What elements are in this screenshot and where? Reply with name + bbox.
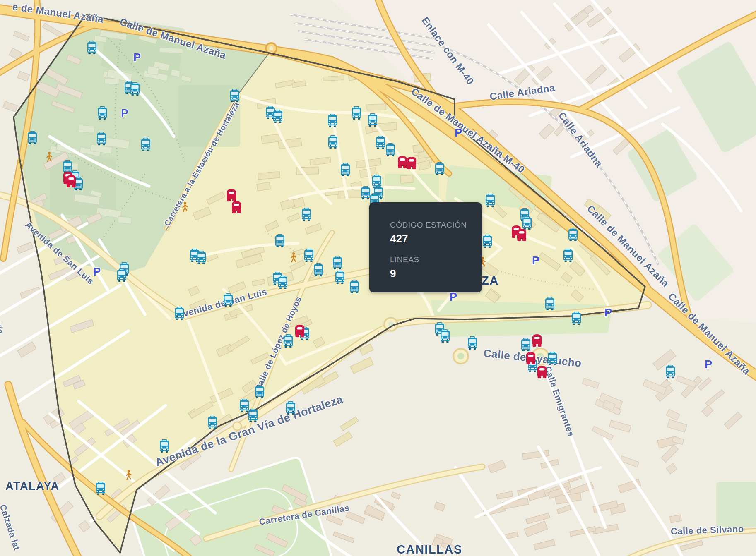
bus-stop-marker[interactable] <box>303 249 315 262</box>
bus-stop-marker[interactable] <box>272 110 284 123</box>
map-canvas[interactable]: e de Manuel AzañaCalle de Manuel AzañaEn… <box>0 0 756 556</box>
bus-stop-marker[interactable] <box>562 249 574 262</box>
station-marker[interactable] <box>531 334 543 347</box>
bus-stop-marker[interactable] <box>129 82 141 96</box>
tooltip-field-station-code: CÓDIGO ESTACIÓN 427 <box>390 220 472 245</box>
station-marker[interactable] <box>525 352 537 365</box>
station-tooltip: CÓDIGO ESTACIÓN 427 LÍNEAS 9 <box>369 202 482 292</box>
station-marker[interactable] <box>230 201 243 214</box>
bus-stop-marker[interactable] <box>96 106 108 120</box>
bus-stop-marker[interactable] <box>327 114 338 127</box>
bus-stop-marker[interactable] <box>521 216 533 230</box>
tooltip-label: CÓDIGO ESTACIÓN <box>390 220 472 230</box>
bus-stop-marker[interactable] <box>332 256 343 269</box>
bus-stop-marker[interactable] <box>567 228 579 241</box>
bus-stop-marker[interactable] <box>229 89 241 102</box>
bus-stop-marker[interactable] <box>520 338 532 351</box>
bus-stop-marker[interactable] <box>282 334 294 348</box>
bus-stop-marker[interactable] <box>254 385 265 398</box>
bus-stop-marker[interactable] <box>96 132 107 145</box>
bus-stop-marker[interactable] <box>301 208 312 221</box>
station-marker[interactable] <box>515 228 528 242</box>
bus-stop-marker[interactable] <box>484 194 496 207</box>
station-marker[interactable] <box>225 189 238 202</box>
bus-stop-marker[interactable] <box>313 263 324 276</box>
bus-stop-marker[interactable] <box>95 482 106 495</box>
bus-stop-marker[interactable] <box>222 293 234 307</box>
bus-stop-marker[interactable] <box>351 106 362 120</box>
bus-stop-marker[interactable] <box>571 312 582 325</box>
station-marker[interactable] <box>536 365 548 379</box>
bus-stop-marker[interactable] <box>367 113 378 127</box>
bus-stop-marker[interactable] <box>274 234 286 247</box>
tooltip-field-lines: LÍNEAS 9 <box>390 255 472 280</box>
bus-stop-marker[interactable] <box>26 131 38 144</box>
station-marker[interactable] <box>65 175 77 188</box>
bus-stop-marker[interactable] <box>159 439 170 453</box>
station-marker[interactable] <box>294 324 306 338</box>
bus-stop-marker[interactable] <box>327 135 339 149</box>
bus-stop-marker[interactable] <box>467 336 478 350</box>
station-marker[interactable] <box>405 156 418 170</box>
bus-stop-marker[interactable] <box>207 416 218 429</box>
bus-stop-marker[interactable] <box>86 41 98 54</box>
bus-stop-marker[interactable] <box>665 365 676 378</box>
bus-stop-marker[interactable] <box>385 143 396 156</box>
bus-stop-marker[interactable] <box>140 138 152 151</box>
tooltip-label: LÍNEAS <box>390 255 472 264</box>
bus-stop-marker[interactable] <box>334 271 346 284</box>
tooltip-value: 427 <box>390 232 472 245</box>
bus-stop-marker[interactable] <box>547 352 558 365</box>
bus-stop-marker[interactable] <box>434 162 445 175</box>
bus-stop-marker[interactable] <box>544 297 556 310</box>
bus-stop-marker[interactable] <box>482 235 493 248</box>
tooltip-value: 9 <box>390 267 472 280</box>
bus-stop-marker[interactable] <box>277 276 289 289</box>
bus-stop-marker[interactable] <box>285 401 296 415</box>
bus-stop-marker[interactable] <box>339 163 351 176</box>
bus-stop-marker[interactable] <box>116 268 128 282</box>
bus-stop-marker[interactable] <box>173 307 185 320</box>
bus-stop-marker[interactable] <box>349 280 360 293</box>
bus-stop-marker[interactable] <box>247 409 259 422</box>
bus-stop-marker[interactable] <box>439 329 451 343</box>
bus-stop-marker[interactable] <box>195 251 207 264</box>
